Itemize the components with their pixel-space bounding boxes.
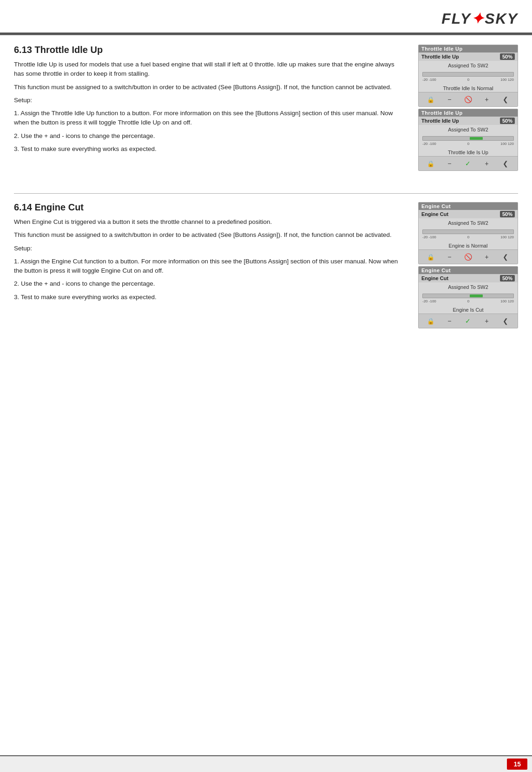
throttle-idle-panel1-title-row: Throttle Idle Up 50% [419, 52, 518, 61]
engine-cut-panel1-title: Engine Cut [421, 211, 448, 217]
section1-para5: 2. Use the + and - icons to change the p… [14, 131, 404, 141]
engine-cut-panel2-labels: -20 -100 0 100 120 [422, 299, 514, 303]
engine-cut-panel2-fill [470, 294, 482, 297]
throttle-idle-panel2-title: Throttle Idle Up [421, 118, 459, 124]
section2-text: 6.14 Engine Cut When Engine Cut is trigg… [14, 202, 409, 328]
ctrl3-plus-btn[interactable]: + [482, 252, 492, 262]
engine-cut-panel2-slider: -20 -100 0 100 120 [419, 291, 518, 305]
section1-title: 6.13 Throttle Idle Up [14, 45, 404, 55]
engine-cut-panel1-assigned: Assigned To SW2 [419, 218, 518, 227]
engine-cut-panel2-badge: 50% [500, 275, 515, 281]
throttle-idle-panel2: Throttle Idle Up Throttle Idle Up 50% As… [418, 109, 518, 171]
engine-cut-panel1-track [422, 229, 514, 234]
section2-para6: 3. Test to make sure everything works as… [14, 293, 404, 302]
ctrl4-check-btn[interactable]: ✓ [463, 316, 473, 326]
section2-title: 6.14 Engine Cut [14, 202, 404, 213]
engine-cut-panel2: Engine Cut Engine Cut 50% Assigned To SW… [418, 266, 518, 328]
ctrl-chevron-btn[interactable]: ❮ [500, 94, 511, 105]
section-divider [14, 193, 518, 194]
throttle-idle-panel1-assigned: Assigned To SW2 [419, 61, 518, 69]
throttle-idle-panel1-labels: -20 -100 0 100 120 [422, 78, 514, 82]
engine-cut-panel2-header: Engine Cut [419, 267, 518, 274]
ctrl3-lock-btn[interactable]: 🔒 [426, 252, 436, 262]
ctrl4-minus-btn[interactable]: − [444, 316, 454, 326]
ctrl-minus-btn[interactable]: − [444, 94, 454, 105]
throttle-idle-panel1-status: Throttle Idle Is Normal [419, 84, 518, 92]
section2-para1: When Engine Cut is triggered via a butto… [14, 217, 404, 227]
logo: FLY✦SKY [441, 10, 518, 27]
engine-cut-panel1: Engine Cut Engine Cut 50% Assigned To SW… [418, 202, 518, 264]
throttle-idle-panel1-track [422, 72, 514, 77]
throttle-idle-panel1-title: Throttle Idle Up [421, 54, 459, 59]
engine-cut-panel2-assigned: Assigned To SW2 [419, 282, 518, 291]
engine-cut-panel1-badge: 50% [500, 211, 515, 217]
throttle-idle-panel2-title-row: Throttle Idle Up 50% [419, 117, 518, 125]
section2-title-label: 6.14 Engine Cut [14, 202, 84, 212]
main-content: 6.13 Throttle Idle Up Throttle Idle Up i… [0, 35, 532, 352]
throttle-idle-panel2-track [422, 136, 514, 141]
section1-para6: 3. Test to make sure everything works as… [14, 144, 404, 154]
engine-cut-panel2-title: Engine Cut [421, 275, 448, 281]
ctrl2-lock-btn[interactable]: 🔒 [426, 158, 436, 169]
engine-cut-panel1-controls: 🔒 − 🚫 + ❮ [419, 249, 518, 264]
page-number: 15 [507, 759, 527, 770]
ctrl4-chevron-btn[interactable]: ❮ [500, 316, 511, 326]
section-throttle-idle-up: 6.13 Throttle Idle Up Throttle Idle Up i… [14, 45, 518, 171]
engine-cut-panel1-title-row: Engine Cut 50% [419, 210, 518, 218]
section1-panels: Throttle Idle Up Throttle Idle Up 50% As… [418, 45, 518, 171]
section2-para2: This function must be assigned to a swit… [14, 230, 404, 240]
engine-cut-panel2-controls: 🔒 − ✓ + ❮ [419, 314, 518, 328]
section1-text: 6.13 Throttle Idle Up Throttle Idle Up i… [14, 45, 409, 171]
ctrl3-no-btn[interactable]: 🚫 [463, 252, 473, 262]
engine-cut-panel1-slider: -20 -100 0 100 120 [419, 227, 518, 241]
throttle-idle-panel1-badge: 50% [500, 53, 515, 60]
section1-para4: 1. Assign the Throttle Idle Up function … [14, 109, 404, 128]
ctrl-no-btn[interactable]: 🚫 [463, 94, 473, 105]
section1-para2: This function must be assigned to a swit… [14, 83, 404, 92]
ctrl3-chevron-btn[interactable]: ❮ [500, 252, 511, 262]
throttle-idle-panel2-status: Throttle Idle Is Up [419, 148, 518, 156]
ctrl2-plus-btn[interactable]: + [482, 158, 492, 169]
section2-para4: 1. Assign the Engine Cut function to a b… [14, 257, 404, 276]
engine-cut-panel2-track [422, 294, 514, 298]
section2-para5: 2. Use the + and - icons to change the p… [14, 279, 404, 288]
section1-para3: Setup: [14, 96, 404, 105]
throttle-idle-panel2-header: Throttle Idle Up [419, 109, 518, 117]
section1-para1: Throttle Idle Up is used for models that… [14, 60, 404, 79]
section1-title-label: 6.13 Throttle Idle Up [14, 45, 103, 55]
ctrl4-lock-btn[interactable]: 🔒 [426, 316, 436, 326]
ctrl4-plus-btn[interactable]: + [482, 316, 492, 326]
section-engine-cut: 6.14 Engine Cut When Engine Cut is trigg… [14, 202, 518, 328]
engine-cut-panel1-status: Engine is Normal [419, 241, 518, 249]
ctrl2-chevron-btn[interactable]: ❮ [500, 158, 511, 169]
engine-cut-panel2-title-row: Engine Cut 50% [419, 274, 518, 282]
engine-cut-panel1-labels: -20 -100 0 100 120 [422, 235, 514, 239]
page-header: FLY✦SKY [0, 0, 532, 33]
engine-cut-panel2-status: Engine Is Cut [419, 305, 518, 314]
section2-para3: Setup: [14, 244, 404, 253]
throttle-idle-panel2-badge: 50% [500, 118, 515, 124]
throttle-idle-panel2-labels: -20 -100 0 100 120 [422, 142, 514, 146]
throttle-idle-panel1: Throttle Idle Up Throttle Idle Up 50% As… [418, 45, 518, 107]
ctrl-lock-btn[interactable]: 🔒 [426, 94, 436, 105]
throttle-idle-panel1-header: Throttle Idle Up [419, 45, 518, 52]
throttle-idle-panel2-controls: 🔒 − ✓ + ❮ [419, 156, 518, 170]
engine-cut-panel1-header: Engine Cut [419, 203, 518, 210]
ctrl2-check-btn[interactable]: ✓ [463, 158, 473, 169]
ctrl3-minus-btn[interactable]: − [444, 252, 454, 262]
throttle-idle-panel1-controls: 🔒 − 🚫 + ❮ [419, 92, 518, 106]
section2-panels: Engine Cut Engine Cut 50% Assigned To SW… [418, 202, 518, 328]
page-footer: 15 [0, 755, 532, 772]
throttle-idle-panel2-slider: -20 -100 0 100 120 [419, 133, 518, 148]
throttle-idle-panel2-assigned: Assigned To SW2 [419, 125, 518, 133]
ctrl2-minus-btn[interactable]: − [444, 158, 454, 169]
throttle-idle-panel1-slider: -20 -100 0 100 120 [419, 69, 518, 84]
ctrl-plus-btn[interactable]: + [482, 94, 492, 105]
throttle-idle-panel2-fill [470, 137, 482, 140]
